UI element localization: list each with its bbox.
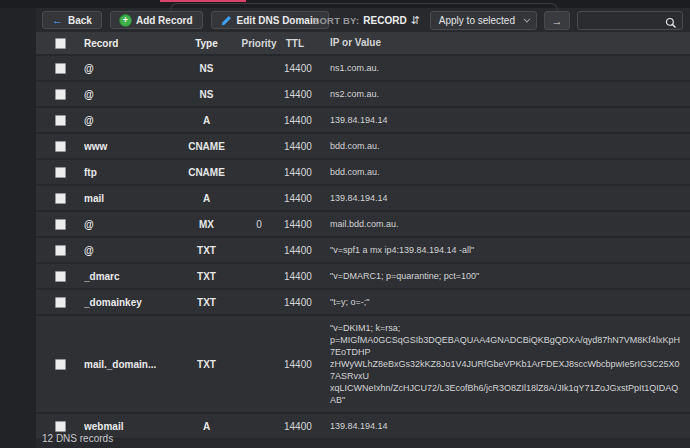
left-gutter xyxy=(0,8,36,448)
ttl-cell: 14400 xyxy=(284,219,318,230)
select-all-checkbox-cell xyxy=(36,38,84,49)
row-checkbox[interactable] xyxy=(55,421,66,432)
value-cell: "v=spf1 a mx ip4:139.84.194.14 -all" xyxy=(318,238,690,262)
dns-table-body: @NS14400ns1.com.au.@NS14400ns2.com.au.@A… xyxy=(36,56,690,440)
toolbar-left: ← Back + Add Record Edit DNS Domain xyxy=(42,11,329,29)
table-row: @MX014400mail.bdd.com.au. xyxy=(36,212,690,238)
record-cell: webmail xyxy=(84,421,179,432)
record-cell: @ xyxy=(84,63,179,74)
ttl-cell: 14400 xyxy=(284,271,318,282)
apply-to-selected-label: Apply to selected xyxy=(439,15,515,26)
value-cell: 139.84.194.14 xyxy=(318,414,690,438)
ttl-cell: 14400 xyxy=(284,89,318,100)
row-checkbox-cell xyxy=(36,421,84,432)
back-button[interactable]: ← Back xyxy=(42,11,102,29)
apply-to-selected-dropdown[interactable]: Apply to selected xyxy=(430,11,537,30)
edit-pencil-icon xyxy=(221,15,232,26)
add-record-label: Add Record xyxy=(136,15,193,26)
value-cell: bdd.com.au. xyxy=(318,134,690,158)
record-cell: ftp xyxy=(84,167,179,178)
row-checkbox-cell xyxy=(36,115,84,126)
row-checkbox-cell xyxy=(36,63,84,74)
type-cell: A xyxy=(179,193,234,204)
header-value: IP or Value xyxy=(318,31,690,55)
row-checkbox[interactable] xyxy=(55,193,66,204)
type-cell: NS xyxy=(179,89,234,100)
row-checkbox-cell xyxy=(36,359,84,370)
header-ttl: TTL xyxy=(284,38,318,49)
value-cell: ns1.com.au. xyxy=(318,56,690,80)
type-cell: CNAME xyxy=(179,141,234,152)
sort-control[interactable]: SORT BY: RECORD ⇵ xyxy=(313,15,420,26)
table-row: _domainkeyTXT14400"t=y; o=-;" xyxy=(36,290,690,316)
record-cell: @ xyxy=(84,245,179,256)
priority-cell: 0 xyxy=(234,219,284,230)
ttl-cell: 14400 xyxy=(284,115,318,126)
row-checkbox-cell xyxy=(36,245,84,256)
table-row: @NS14400ns1.com.au. xyxy=(36,56,690,82)
type-cell: TXT xyxy=(179,359,234,370)
record-cell: mail xyxy=(84,193,179,204)
ttl-cell: 14400 xyxy=(284,421,318,432)
row-checkbox[interactable] xyxy=(55,245,66,256)
records-count: 12 DNS records xyxy=(42,433,113,444)
row-checkbox-cell xyxy=(36,89,84,100)
record-cell: @ xyxy=(84,89,179,100)
row-checkbox[interactable] xyxy=(55,141,66,152)
edit-dns-domain-button[interactable]: Edit DNS Domain xyxy=(211,11,329,29)
table-row: @A14400139.84.194.14 xyxy=(36,108,690,134)
chevron-down-icon xyxy=(523,16,530,23)
row-checkbox[interactable] xyxy=(55,271,66,282)
table-header-row: Record Type Priority TTL IP or Value xyxy=(36,32,690,56)
table-row: wwwCNAME14400bdd.com.au. xyxy=(36,134,690,160)
value-cell: ns2.com.au. xyxy=(318,82,690,106)
ttl-cell: 14400 xyxy=(284,167,318,178)
ttl-cell: 14400 xyxy=(284,63,318,74)
row-checkbox[interactable] xyxy=(55,167,66,178)
sort-arrows-icon[interactable]: ⇵ xyxy=(411,15,420,26)
value-cell: mail.bdd.com.au. xyxy=(318,212,690,236)
row-checkbox[interactable] xyxy=(55,219,66,230)
row-checkbox[interactable] xyxy=(55,115,66,126)
table-row: mail._domain...TXT14400"v=DKIM1; k=rsa; … xyxy=(36,316,690,414)
edit-dns-domain-label: Edit DNS Domain xyxy=(237,15,319,26)
type-cell: CNAME xyxy=(179,167,234,178)
row-checkbox[interactable] xyxy=(55,63,66,74)
record-cell: mail._domain... xyxy=(84,359,179,370)
record-cell: _dmarc xyxy=(84,271,179,282)
record-cell: @ xyxy=(84,115,179,126)
select-all-checkbox[interactable] xyxy=(55,38,66,49)
add-record-button[interactable]: + Add Record xyxy=(110,11,203,29)
row-checkbox-cell xyxy=(36,193,84,204)
value-cell: "v=DKIM1; k=rsa; p=MIGfMA0GCSqGSIb3DQEBA… xyxy=(318,316,690,412)
table-row: _dmarcTXT14400"v=DMARC1; p=quarantine; p… xyxy=(36,264,690,290)
header-type: Type xyxy=(179,38,234,49)
value-cell: "t=y; o=-;" xyxy=(318,290,690,314)
ttl-cell: 14400 xyxy=(284,193,318,204)
back-arrow-icon: ← xyxy=(52,15,63,26)
record-cell: www xyxy=(84,141,179,152)
dns-records-table: Record Type Priority TTL IP or Value @NS… xyxy=(36,32,690,440)
type-cell: TXT xyxy=(179,297,234,308)
row-checkbox-cell xyxy=(36,297,84,308)
toolbar-right: SORT BY: RECORD ⇵ Apply to selected → xyxy=(313,11,683,30)
value-cell: "v=DMARC1; p=quarantine; pct=100" xyxy=(318,264,690,288)
ttl-cell: 14400 xyxy=(284,297,318,308)
table-row: ftpCNAME14400bdd.com.au. xyxy=(36,160,690,186)
ttl-cell: 14400 xyxy=(284,359,318,370)
ttl-cell: 14400 xyxy=(284,245,318,256)
row-checkbox-cell xyxy=(36,219,84,230)
row-checkbox[interactable] xyxy=(55,359,66,370)
apply-submit-button[interactable]: → xyxy=(544,11,570,30)
plus-circle-icon: + xyxy=(120,15,131,26)
type-cell: TXT xyxy=(179,271,234,282)
row-checkbox[interactable] xyxy=(55,297,66,308)
value-cell: bdd.com.au. xyxy=(318,160,690,184)
sort-field-value: RECORD xyxy=(363,15,406,26)
table-row: @NS14400ns2.com.au. xyxy=(36,82,690,108)
type-cell: TXT xyxy=(179,245,234,256)
table-row: @TXT14400"v=spf1 a mx ip4:139.84.194.14 … xyxy=(36,238,690,264)
header-record: Record xyxy=(84,38,179,49)
row-checkbox[interactable] xyxy=(55,89,66,100)
type-cell: A xyxy=(179,115,234,126)
